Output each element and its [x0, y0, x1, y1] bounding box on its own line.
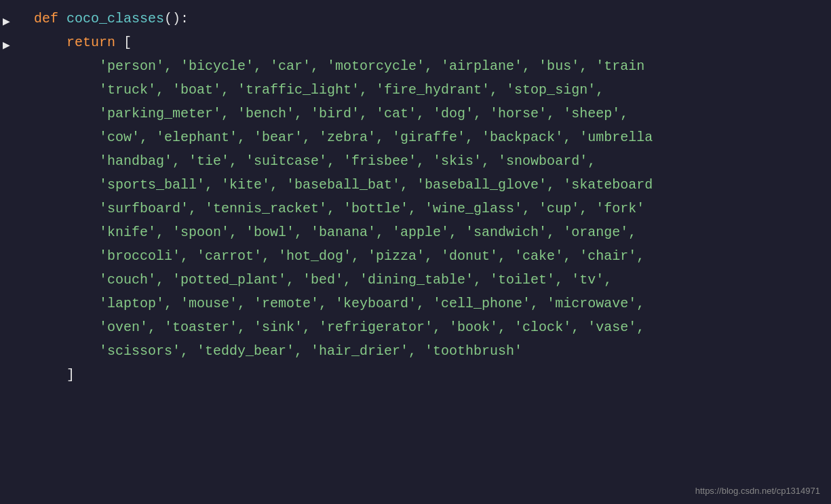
code-token: 'broccoli', 'carrot', 'hot_dog', 'pizza'… — [34, 248, 644, 264]
code-token: 'sports_ball', 'kite', 'baseball_bat', '… — [34, 177, 653, 193]
code-token: 'oven', 'toaster', 'sink', 'refrigerator… — [34, 319, 644, 335]
code-line: 'truck', 'boat', 'traffic_light', 'fire_… — [0, 78, 831, 102]
line-content: 'oven', 'toaster', 'sink', 'refrigerator… — [27, 317, 831, 338]
code-token: 'truck', 'boat', 'traffic_light', 'fire_… — [34, 82, 604, 98]
code-line: ▶def coco_classes(): — [0, 7, 831, 31]
arrow-indicator: ▶ — [3, 13, 10, 32]
line-content: 'knife', 'spoon', 'bowl', 'banana', 'app… — [27, 222, 831, 243]
code-token: ] — [34, 367, 75, 383]
code-token: 'handbag', 'tie', 'suitcase', 'frisbee',… — [34, 153, 596, 169]
code-token: 'person', 'bicycle', 'car', 'motorcycle'… — [34, 58, 644, 74]
code-line: ] — [0, 363, 831, 387]
code-token: 'knife', 'spoon', 'bowl', 'banana', 'app… — [34, 225, 636, 240]
code-token: 'laptop', 'mouse', 'remote', 'keyboard',… — [34, 296, 644, 311]
code-line: 'oven', 'toaster', 'sink', 'refrigerator… — [0, 315, 831, 339]
line-content: 'scissors', 'teddy_bear', 'hair_drier', … — [27, 341, 831, 362]
code-line: 'cow', 'elephant', 'bear', 'zebra', 'gir… — [0, 125, 831, 149]
code-token: 'scissors', 'teddy_bear', 'hair_drier', … — [34, 343, 522, 359]
code-token: 'couch', 'potted_plant', 'bed', 'dining_… — [34, 272, 612, 288]
line-content: 'truck', 'boat', 'traffic_light', 'fire_… — [27, 79, 831, 100]
code-block: ▶def coco_classes():▶ return [ 'person',… — [0, 0, 831, 504]
line-content: return [ — [27, 32, 831, 53]
line-content: 'person', 'bicycle', 'car', 'motorcycle'… — [27, 56, 831, 77]
line-content: ] — [27, 364, 831, 385]
code-line: 'sports_ball', 'kite', 'baseball_bat', '… — [0, 173, 831, 197]
line-content: 'laptop', 'mouse', 'remote', 'keyboard',… — [27, 293, 831, 314]
code-line: 'parking_meter', 'bench', 'bird', 'cat',… — [0, 102, 831, 125]
code-line: 'person', 'bicycle', 'car', 'motorcycle'… — [0, 54, 831, 78]
code-token: 'surfboard', 'tennis_racket', 'bottle', … — [34, 201, 644, 216]
code-token: def — [34, 11, 66, 26]
code-line: 'knife', 'spoon', 'bowl', 'banana', 'app… — [0, 220, 831, 244]
line-content: 'parking_meter', 'bench', 'bird', 'cat',… — [27, 103, 831, 124]
line-content: def coco_classes(): — [27, 8, 831, 29]
code-token: 'cow', 'elephant', 'bear', 'zebra', 'gir… — [34, 130, 653, 145]
code-token: (): — [164, 11, 189, 26]
code-line: 'laptop', 'mouse', 'remote', 'keyboard',… — [0, 292, 831, 315]
code-token: [ — [123, 35, 132, 50]
code-token: return — [34, 35, 123, 50]
line-content: 'broccoli', 'carrot', 'hot_dog', 'pizza'… — [27, 246, 831, 267]
line-content: 'cow', 'elephant', 'bear', 'zebra', 'gir… — [27, 127, 831, 148]
code-line: 'couch', 'potted_plant', 'bed', 'dining_… — [0, 268, 831, 292]
code-line: 'broccoli', 'carrot', 'hot_dog', 'pizza'… — [0, 244, 831, 268]
code-line: 'surfboard', 'tennis_racket', 'bottle', … — [0, 197, 831, 220]
code-token: 'parking_meter', 'bench', 'bird', 'cat',… — [34, 106, 628, 121]
code-token: coco_classes — [66, 11, 164, 26]
watermark: https://blog.csdn.net/cp1314971 — [695, 486, 820, 496]
line-content: 'surfboard', 'tennis_racket', 'bottle', … — [27, 198, 831, 219]
code-line: 'scissors', 'teddy_bear', 'hair_drier', … — [0, 339, 831, 363]
arrow-indicator: ▶ — [3, 37, 10, 56]
line-content: 'couch', 'potted_plant', 'bed', 'dining_… — [27, 269, 831, 290]
line-content: 'handbag', 'tie', 'suitcase', 'frisbee',… — [27, 151, 831, 172]
line-content: 'sports_ball', 'kite', 'baseball_bat', '… — [27, 174, 831, 195]
code-line: 'handbag', 'tie', 'suitcase', 'frisbee',… — [0, 149, 831, 173]
code-line: ▶ return [ — [0, 31, 831, 54]
